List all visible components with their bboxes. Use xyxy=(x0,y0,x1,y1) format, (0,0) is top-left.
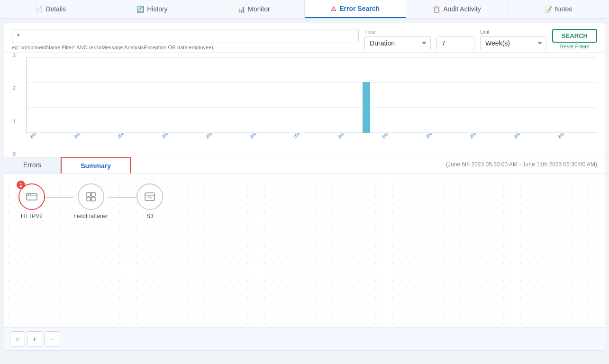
httpv2-label: HTTPV2 xyxy=(21,213,43,219)
x-label-1: 2023-06-06 11:30 AM xyxy=(73,133,120,154)
history-icon: 🔄 xyxy=(136,6,144,13)
fieldflattener-label: FieldFlattener xyxy=(73,213,108,219)
search-btn-wrap: SEARCH Reset Filters xyxy=(552,29,597,49)
tab-details[interactable]: 📄 Details xyxy=(0,0,101,18)
pipeline-area: 1 HTTPV2 xyxy=(4,174,605,350)
svg-point-2 xyxy=(28,194,29,195)
bar-slot-17 xyxy=(489,57,516,133)
bar-slot-18 xyxy=(516,57,543,133)
tab-monitor[interactable]: 📊 Monitor xyxy=(203,0,305,18)
bar-slot-19 xyxy=(543,57,570,133)
bottom-toolbar: ⌂ + − xyxy=(4,327,605,350)
zoom-in-button[interactable]: + xyxy=(27,331,42,346)
bar-slot-8 xyxy=(244,57,271,133)
x-label-4: 2023-06-07 05:30 AM xyxy=(205,133,252,154)
tab-summary-label: Summary xyxy=(81,162,111,170)
x-label-7: 2023-06-07 11:30 PM xyxy=(337,133,384,154)
s3-label: S3 xyxy=(146,213,154,219)
x-label-12: 2023-06-09 05:30 AM xyxy=(557,133,597,154)
x-label-0: 2023-06-06 05:30 AM xyxy=(29,133,76,154)
bar-slot-2 xyxy=(81,57,108,133)
duration-label xyxy=(436,29,474,35)
time-select[interactable]: Duration xyxy=(364,36,431,50)
reset-filters-link[interactable]: Reset Filters xyxy=(560,44,590,49)
bar-slot-4 xyxy=(135,57,162,133)
bar-slot-11 xyxy=(326,57,353,133)
y-axis: 3 2 1 0 xyxy=(4,53,18,157)
s3-circle xyxy=(136,183,163,210)
node-s3[interactable]: S3 xyxy=(136,183,163,219)
bar-slot-7 xyxy=(217,57,244,133)
unit-label: Unit xyxy=(480,29,546,35)
search-input-group: eg: componentName:Filter* AND (errorMess… xyxy=(12,29,359,50)
x-axis-labels: 2023-06-06 05:30 AM2023-06-06 11:30 AM20… xyxy=(26,133,597,162)
filter-bar: eg: componentName:Filter* AND (errorMess… xyxy=(4,23,605,53)
bar-slot-3 xyxy=(108,57,135,133)
duration-input[interactable] xyxy=(436,36,474,50)
bar-slot-10 xyxy=(298,57,325,133)
svg-rect-4 xyxy=(87,192,91,196)
unit-filter-group: Unit Week(s) xyxy=(480,29,546,50)
chart-container xyxy=(26,57,597,133)
x-label-11: 2023-06-08 11:30 PM xyxy=(513,133,560,154)
error-search-icon: ⚠ xyxy=(331,5,336,12)
search-hint: eg: componentName:Filter* AND (errorMess… xyxy=(12,45,359,50)
svg-rect-5 xyxy=(91,192,95,196)
bar-12[interactable] xyxy=(363,82,370,133)
bar-slot-13 xyxy=(380,57,407,133)
pipeline: 1 HTTPV2 xyxy=(18,183,591,219)
main-content: eg: componentName:Filter* AND (errorMess… xyxy=(4,23,605,351)
search-button[interactable]: SEARCH xyxy=(552,29,597,43)
y-label-2: 2 xyxy=(13,85,16,91)
y-label-1: 1 xyxy=(13,118,16,124)
bar-slot-9 xyxy=(271,57,298,133)
tab-errors-label: Errors xyxy=(23,161,41,169)
bar-slot-6 xyxy=(190,57,217,133)
search-input[interactable] xyxy=(12,29,359,43)
duration-filter-group xyxy=(436,29,474,50)
bar-slot-5 xyxy=(163,57,190,133)
home-button[interactable]: ⌂ xyxy=(10,331,25,346)
connector-1 xyxy=(45,197,73,198)
top-tabs-bar: 📄 Details 🔄 History 📊 Monitor ⚠ Error Se… xyxy=(0,0,609,19)
tab-error-search[interactable]: ⚠ Error Search xyxy=(305,0,406,18)
details-icon: 📄 xyxy=(35,6,43,13)
x-label-10: 2023-06-08 05:30 PM xyxy=(469,133,516,154)
tab-details-label: Details xyxy=(45,5,66,13)
bar-slot-16 xyxy=(461,57,488,133)
notes-icon: 📝 xyxy=(545,6,552,13)
svg-rect-7 xyxy=(91,197,95,201)
audit-icon: 📋 xyxy=(433,6,440,13)
bars-container xyxy=(27,57,597,133)
x-label-2: 2023-06-06 05:30 PM xyxy=(117,133,164,154)
x-label-6: 2023-06-07 05:30 PM xyxy=(292,133,340,154)
svg-point-3 xyxy=(30,194,31,195)
fieldflattener-circle xyxy=(78,183,104,210)
plus-icon: + xyxy=(33,335,36,343)
node-httpv2[interactable]: 1 HTTPV2 xyxy=(18,183,45,219)
monitor-icon: 📊 xyxy=(237,6,245,13)
bar-slot-1 xyxy=(54,57,81,133)
minus-icon: − xyxy=(50,335,54,343)
x-label-5: 2023-06-07 11:30 AM xyxy=(249,133,296,154)
time-filter-group: Time Duration xyxy=(364,29,431,50)
x-label-3: 2023-06-06 11:30 PM xyxy=(161,133,208,154)
zoom-out-button[interactable]: − xyxy=(44,331,59,346)
bar-slot-14 xyxy=(407,57,434,133)
tab-history-label: History xyxy=(147,5,168,13)
y-label-0: 0 xyxy=(13,151,16,157)
tab-audit-activity[interactable]: 📋 Audit Activity xyxy=(406,0,508,18)
unit-select[interactable]: Week(s) xyxy=(480,36,546,50)
tab-history[interactable]: 🔄 History xyxy=(101,0,203,18)
node-fieldflattener[interactable]: FieldFlattener xyxy=(73,183,108,219)
tab-audit-activity-label: Audit Activity xyxy=(443,5,481,13)
x-label-8: 2023-06-08 05:30 AM xyxy=(381,133,428,154)
tab-notes[interactable]: 📝 Notes xyxy=(508,0,609,18)
bar-slot-15 xyxy=(434,57,461,133)
x-label-9: 2023-06-08 11:30 AM xyxy=(425,133,472,154)
tab-error-search-label: Error Search xyxy=(339,5,380,12)
tab-notes-label: Notes xyxy=(555,5,573,13)
connector-2 xyxy=(108,197,136,198)
svg-rect-6 xyxy=(87,197,91,201)
httpv2-error-badge: 1 xyxy=(17,181,25,189)
